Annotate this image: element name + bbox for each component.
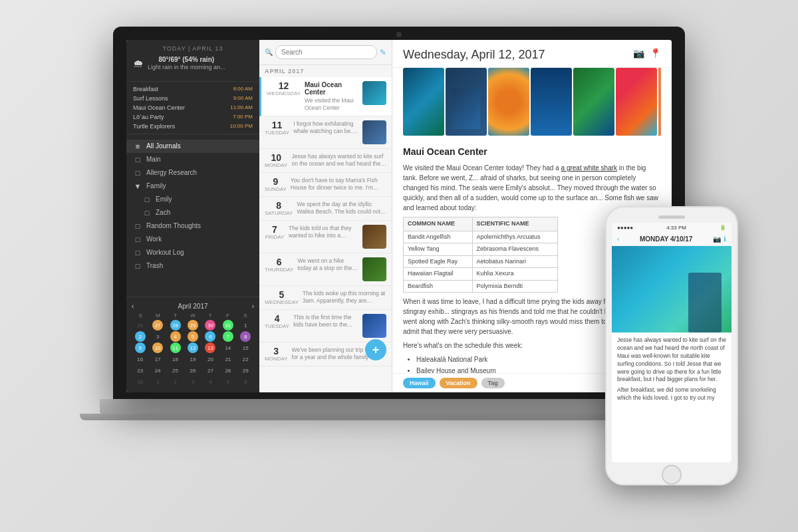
- sidebar-item-work[interactable]: □ Work: [126, 233, 259, 246]
- photo-shark[interactable]: [446, 68, 487, 136]
- calendar-day[interactable]: 3: [188, 376, 198, 387]
- prev-month-button[interactable]: ‹: [132, 303, 134, 310]
- new-entry-button[interactable]: +: [365, 339, 386, 360]
- tag-generic[interactable]: Tag: [481, 378, 505, 388]
- sidebar-item-main[interactable]: □ Main: [126, 153, 259, 166]
- calendar-day[interactable]: 1: [240, 320, 251, 331]
- calendar-day[interactable]: 31: [223, 320, 233, 331]
- entry-item[interactable]: 6 THURSDAY We went on a hike today at a …: [259, 253, 392, 286]
- calendar-day[interactable]: 6: [205, 331, 215, 342]
- weather-description: Light rain in the morning an...: [148, 63, 225, 72]
- calendar-day[interactable]: 20: [205, 354, 215, 364]
- tag-hawaii[interactable]: Hawaii: [403, 378, 436, 388]
- calendar-day[interactable]: 7: [223, 331, 233, 342]
- entry-item[interactable]: 10 MONDAY Jesse has always wanted to kit…: [259, 149, 392, 173]
- calendar-day[interactable]: 30: [135, 376, 146, 387]
- calendar-day[interactable]: 2: [135, 331, 146, 342]
- photo-aquarium[interactable]: [403, 68, 444, 136]
- calendar-day[interactable]: 18: [170, 354, 181, 364]
- calendar-day[interactable]: 12: [188, 342, 198, 353]
- laptop-bezel: TODAY | APRIL 13 🌧 80°/69° (54% rain) Li…: [113, 27, 685, 399]
- calendar-day[interactable]: 15: [240, 342, 251, 353]
- entry-thumbnail: [362, 314, 386, 338]
- sidebar-item-all-journals[interactable]: ≡ All Journals: [126, 140, 259, 153]
- calendar-day[interactable]: 16: [135, 354, 146, 364]
- search-icon: 🔍: [265, 49, 273, 56]
- photo-clownfish[interactable]: [488, 68, 529, 136]
- calendar-day[interactable]: 25: [170, 365, 181, 376]
- sidebar-date: TODAY | APRIL 13: [133, 45, 253, 52]
- entry-item[interactable]: 9 SUNDAY You don't have to say Mama's Fi…: [259, 173, 392, 197]
- calendar-day[interactable]: 5: [223, 376, 233, 387]
- photos-row: [392, 68, 672, 141]
- sidebar-item-random-thoughts[interactable]: □ Random Thoughts: [126, 219, 259, 233]
- photo-turtle[interactable]: [573, 68, 614, 136]
- entries-month-label: APRIL 2017: [259, 65, 392, 77]
- calendar-day[interactable]: 22: [240, 354, 251, 364]
- sidebar-item-family[interactable]: ▼ Family: [126, 180, 259, 193]
- entry-item[interactable]: 12 WEDNESDAY Maui Ocean Center We visite…: [259, 77, 392, 116]
- sidebar-header: TODAY | APRIL 13 🌧 80°/69° (54% rain) Li…: [126, 40, 259, 82]
- next-month-button[interactable]: ›: [252, 303, 254, 310]
- calendar-day[interactable]: 19: [188, 354, 198, 364]
- calendar-day[interactable]: 17: [152, 354, 163, 364]
- calendar-day[interactable]: 14: [223, 342, 233, 353]
- camera-icon[interactable]: 📷: [633, 48, 644, 59]
- calendar-day[interactable]: 21: [223, 354, 233, 364]
- entry-item[interactable]: 7 FRIDAY The kids told us that they want…: [259, 221, 392, 253]
- calendar-day[interactable]: 4: [205, 376, 215, 387]
- calendar-days-header: SMTWTFS: [132, 313, 254, 319]
- calendar-day[interactable]: 29: [188, 320, 198, 331]
- phone-back-button[interactable]: ‹: [617, 235, 619, 243]
- phone-bezel: ●●●●● 4:33 PM 🔋 ‹ MONDAY 4/10/17 📷 ℹ: [605, 206, 738, 485]
- calendar-day[interactable]: 4: [170, 331, 181, 342]
- calendar-day[interactable]: 27: [205, 365, 215, 376]
- compose-icon[interactable]: ✎: [380, 48, 386, 57]
- sidebar-item-emily[interactable]: □ Emily: [126, 193, 259, 206]
- phone-camera-icon[interactable]: 📷: [713, 235, 721, 243]
- calendar-day[interactable]: 26: [188, 365, 198, 376]
- phone-info-icon[interactable]: ℹ: [724, 235, 726, 243]
- entry-thumbnail: [362, 257, 386, 281]
- photo-underwater[interactable]: [531, 68, 572, 136]
- sidebar-weather: 🌧 80°/69° (54% rain) Light rain in the m…: [133, 52, 253, 76]
- entry-item[interactable]: 8 SATURDAY We spent the day at the idyll…: [259, 197, 392, 221]
- sidebar-item-allergy[interactable]: □ Allergy Research: [126, 166, 259, 180]
- calendar-day[interactable]: 5: [188, 331, 198, 342]
- calendar-day[interactable]: 30: [205, 320, 215, 331]
- phone-home-button[interactable]: [662, 465, 682, 485]
- entry-item[interactable]: 4 TUESDAY This is the first time the kid…: [259, 310, 392, 342]
- calendar-day[interactable]: 11: [170, 342, 181, 353]
- calendar-day[interactable]: 28: [223, 365, 233, 376]
- laptop-container: TODAY | APRIL 13 🌧 80°/69° (54% rain) Li…: [113, 27, 685, 505]
- calendar-day[interactable]: 3: [152, 331, 163, 342]
- phone-signal: ●●●●●: [617, 225, 633, 231]
- entry-item[interactable]: 3 MONDAY We've been planning our trip to…: [259, 342, 392, 366]
- entry-item[interactable]: 5 WEDNESDAY The kids woke up this mornin…: [259, 286, 392, 310]
- calendar-day[interactable]: 2: [170, 376, 181, 387]
- notebook-icon: □: [133, 222, 142, 230]
- table-header-scientific: SCIENTIFIC NAME: [472, 217, 557, 231]
- sidebar-item-zach[interactable]: □ Zach: [126, 206, 259, 219]
- calendar-day[interactable]: 6: [240, 376, 251, 387]
- sidebar-item-workout[interactable]: □ Workout Log: [126, 246, 259, 259]
- calendar-day[interactable]: 23: [135, 365, 146, 376]
- calendar-day[interactable]: 26: [135, 320, 146, 331]
- sidebar-item-trash[interactable]: □ Trash: [126, 259, 259, 273]
- main-entry-title: Maui Ocean Center: [403, 145, 661, 159]
- calendar-day-today[interactable]: 13: [205, 342, 215, 353]
- calendar-day[interactable]: 28: [170, 320, 181, 331]
- tag-vacation[interactable]: Vacation: [440, 378, 477, 388]
- phone-status-bar: ●●●●● 4:33 PM 🔋: [612, 223, 732, 233]
- search-input[interactable]: [275, 45, 377, 59]
- calendar-day[interactable]: 27: [152, 320, 163, 331]
- location-icon[interactable]: 📍: [650, 48, 661, 59]
- calendar-day[interactable]: 29: [240, 365, 251, 376]
- calendar-day[interactable]: 9: [135, 342, 146, 353]
- calendar-day[interactable]: 10: [152, 342, 163, 353]
- entry-item[interactable]: 11 TUESDAY I forgot how exhilarating wha…: [259, 116, 392, 149]
- calendar-day[interactable]: 8: [240, 331, 251, 342]
- calendar-day[interactable]: 24: [152, 365, 163, 376]
- photo-coral[interactable]: [616, 68, 657, 136]
- calendar-day[interactable]: 1: [152, 376, 163, 387]
